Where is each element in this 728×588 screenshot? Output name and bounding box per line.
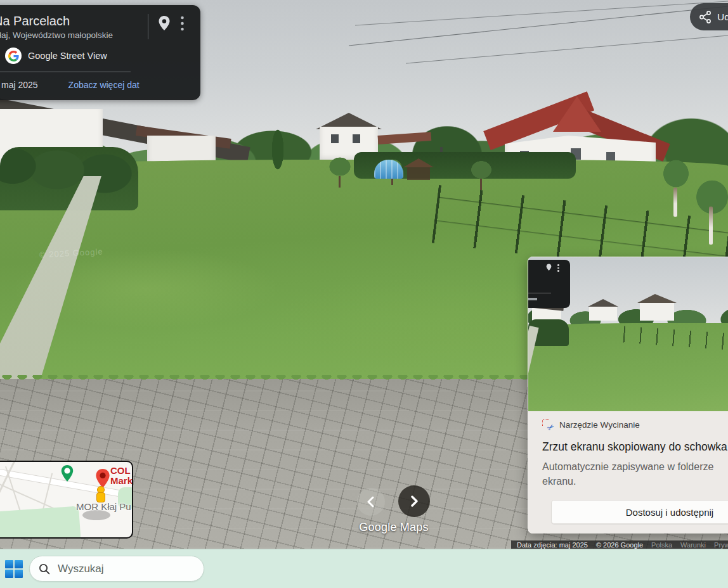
chevron-left-icon xyxy=(367,496,375,508)
see-more-dates-link[interactable]: Zobacz więcej dat xyxy=(68,80,140,90)
taskbar-search[interactable] xyxy=(29,556,204,582)
taskbar xyxy=(0,549,728,588)
country-link[interactable]: Polska xyxy=(651,541,672,549)
capture-date: maj 2025 xyxy=(1,80,38,90)
notification-title: Zrzut ekranu skopiowany do schowka xyxy=(542,440,727,454)
hedge xyxy=(0,147,138,210)
start-button[interactable] xyxy=(5,560,23,578)
edit-share-button[interactable]: Dostosuj i udostępnij xyxy=(551,500,728,524)
share-icon xyxy=(699,11,711,23)
copyright: © 2026 Google xyxy=(596,541,643,549)
search-input[interactable] xyxy=(56,562,186,576)
google-maps-brand: Google Maps xyxy=(353,521,435,534)
copyright-bar: Data zdjęcia: maj 2025 © 2026 Google Pol… xyxy=(511,540,728,549)
map-poi-label[interactable]: COL Mark xyxy=(110,466,133,486)
thumb-house xyxy=(589,305,617,321)
thumb-text xyxy=(528,298,537,300)
map-pin-green[interactable] xyxy=(58,464,76,483)
tree-trunk xyxy=(339,176,341,188)
chevron-right-icon xyxy=(410,495,419,507)
map-pin-icon[interactable] xyxy=(158,15,171,32)
terms-link[interactable]: Warunki xyxy=(680,541,706,549)
snipping-tool-icon: ✂ xyxy=(542,419,553,430)
tree-trunk xyxy=(480,179,482,190)
thumb-kebab-icon xyxy=(557,264,559,272)
more-options-icon[interactable] xyxy=(181,16,184,31)
desktop: © 2025 Google Na Parcelach Kłaj, Wojewód… xyxy=(0,0,728,588)
notification-app-name: Narzędzie Wycinanie xyxy=(559,420,640,430)
pano-prev-button[interactable] xyxy=(357,488,385,516)
thumb-info-card xyxy=(528,260,570,308)
power-lines xyxy=(349,0,728,76)
gazebo xyxy=(403,158,434,180)
house-window xyxy=(331,134,339,143)
thumb-divider xyxy=(528,293,551,293)
notification-body: Automatycznie zapisywane w folderze ekra… xyxy=(542,459,728,489)
divider xyxy=(0,72,131,72)
pegman[interactable] xyxy=(95,486,105,502)
thumb-pin-icon xyxy=(546,264,552,271)
map-place-label[interactable]: MOR Kłaj Pu xyxy=(76,501,131,512)
search-icon xyxy=(39,563,50,575)
thumb-house xyxy=(640,302,674,321)
pano-next-button[interactable] xyxy=(398,485,430,517)
share-button[interactable]: Udostępnij xyxy=(690,3,728,30)
share-label: Udostępnij xyxy=(717,11,728,23)
notification-panel: ✂ Narzędzie Wycinanie Zrzut ekranu skopi… xyxy=(528,411,728,534)
provider-label: Google Street View xyxy=(28,51,107,61)
privacy-link[interactable]: Prywatność xyxy=(714,541,728,549)
minimap[interactable]: COL Mark MOR Kłaj Pu xyxy=(0,461,133,539)
divider xyxy=(148,14,148,39)
snip-notification[interactable]: ✂ Narzędzie Wycinanie Zrzut ekranu skopi… xyxy=(528,257,728,534)
streetview-info-card: Na Parcelach Kłaj, Województwo małopolsk… xyxy=(0,5,200,100)
google-logo-icon xyxy=(5,48,22,64)
house-window xyxy=(353,134,360,143)
image-date: Data zdjęcia: maj 2025 xyxy=(517,541,588,549)
panorama-subtitle: Kłaj, Województwo małopolskie xyxy=(0,30,192,40)
screenshot-thumbnail[interactable] xyxy=(528,257,728,411)
map-park-area xyxy=(0,506,81,539)
